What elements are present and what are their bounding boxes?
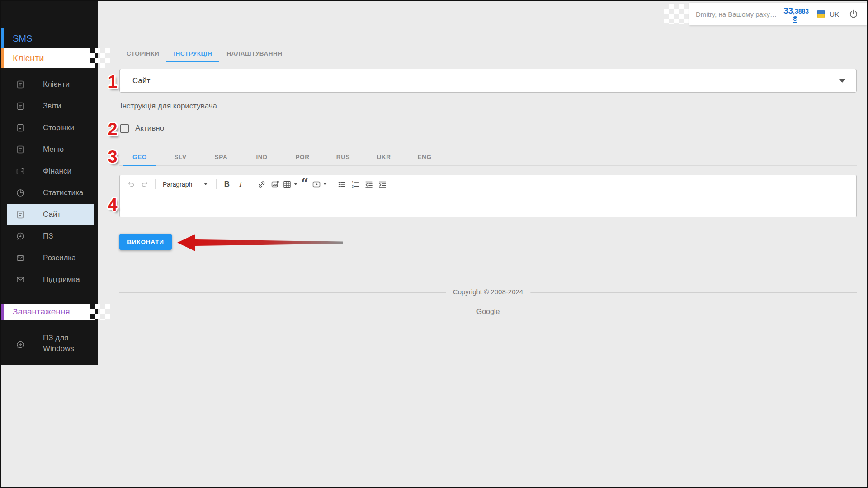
- toolbar-divider: [331, 179, 331, 189]
- decrease-indent-button[interactable]: [363, 178, 375, 191]
- redo-icon: [140, 180, 149, 189]
- document-icon: [16, 210, 25, 219]
- sidebar-item-label: ПЗ: [43, 232, 53, 241]
- sidebar-item-label: Меню: [43, 145, 64, 154]
- sidebar-item-site[interactable]: Сайт: [7, 204, 94, 225]
- sidebar-section-downloads[interactable]: Завантаження: [1, 304, 109, 320]
- section-divider: [119, 225, 857, 225]
- insert-table-icon: [283, 180, 292, 189]
- insert-media-icon: [312, 180, 321, 189]
- blue-accent-bar: [1, 28, 4, 48]
- increase-indent-button[interactable]: [376, 178, 389, 191]
- link-button[interactable]: [255, 178, 268, 191]
- download-icon: [16, 232, 25, 241]
- lang-tab-spa[interactable]: SPA: [201, 149, 241, 165]
- page-tabs: СТОРІНКИ ІНСТРУКЦІЯ НАЛАШТУВАННЯ: [119, 45, 857, 62]
- paragraph-dropdown-value: Paragraph: [163, 181, 192, 188]
- paragraph-dropdown[interactable]: Paragraph: [159, 181, 212, 188]
- wallet-icon: [16, 167, 25, 176]
- document-icon: [16, 80, 25, 89]
- numbered-list-icon: 12: [351, 180, 360, 189]
- active-checkbox-label: Активно: [135, 124, 164, 133]
- sidebar-item-label: Сторінки: [43, 123, 74, 132]
- language-tabs: GEO SLV SPA IND POR RUS UKR ENG: [119, 149, 857, 166]
- sidebar-item-label: Підтримка: [43, 275, 80, 284]
- editor-toolbar: Paragraph B I “: [120, 175, 856, 193]
- sidebar-section-label: SMS: [13, 33, 32, 44]
- lang-tab-geo[interactable]: GEO: [119, 149, 160, 165]
- sidebar-item-windows-software[interactable]: ПЗ для Windows: [7, 333, 94, 354]
- lang-tab-slv[interactable]: SLV: [160, 149, 201, 165]
- document-icon: [16, 123, 25, 132]
- increase-indent-icon: [378, 180, 387, 189]
- undo-button[interactable]: [125, 178, 137, 191]
- toolbar-divider: [155, 179, 156, 189]
- sidebar-item-label: Звіти: [43, 102, 61, 111]
- lang-tab-ind[interactable]: IND: [241, 149, 282, 165]
- active-checkbox-row[interactable]: Активно: [120, 124, 164, 133]
- annotation-number-1: 1: [103, 72, 123, 91]
- sidebar-item-label: Клієнти: [43, 80, 70, 89]
- envelope-icon: [16, 275, 25, 284]
- decrease-indent-icon: [364, 180, 373, 189]
- sidebar-section-clients[interactable]: Клієнти: [1, 48, 109, 68]
- italic-button[interactable]: I: [234, 178, 247, 191]
- toolbar-divider: [216, 179, 217, 189]
- sidebar-item-reports[interactable]: Звіти: [7, 95, 94, 117]
- red-arrow-left-icon: [176, 231, 344, 254]
- sidebar-item-mailing[interactable]: Розсилка: [7, 247, 94, 269]
- sidebar-item-menu[interactable]: Меню: [7, 139, 94, 160]
- lang-tab-ukr[interactable]: UKR: [363, 149, 404, 165]
- sidebar-item-finance[interactable]: Фінанси: [7, 160, 94, 182]
- bold-button[interactable]: B: [221, 178, 233, 191]
- document-icon: [16, 102, 25, 111]
- annotation-number-4: 4: [103, 195, 123, 214]
- annotation-number-3: 3: [103, 147, 123, 166]
- block-quote-icon: “: [301, 181, 308, 188]
- pixel-dissolve-decoration: [90, 304, 110, 320]
- sidebar-item-clients[interactable]: Клієнти: [7, 74, 94, 95]
- sidebar: SMS Клієнти Клієнти Звіти: [1, 1, 98, 365]
- insert-media-button[interactable]: [312, 178, 327, 191]
- editor-content-area[interactable]: [120, 193, 856, 217]
- sidebar-item-label: Розсилка: [43, 253, 76, 263]
- annotation-number-2: 2: [103, 120, 123, 139]
- redo-button[interactable]: [138, 178, 151, 191]
- chevron-down-icon: [839, 79, 845, 83]
- tab-pages[interactable]: СТОРІНКИ: [119, 45, 166, 62]
- instruction-label: Інструкція для користувача: [120, 102, 217, 111]
- page: Dmitry, на Вашому раху… 33 ,3883 ₴ UK SM…: [0, 0, 868, 488]
- orange-accent-bar: [1, 48, 4, 68]
- chevron-down-icon: [294, 183, 297, 185]
- sidebar-item-pages[interactable]: Сторінки: [7, 117, 94, 139]
- bulleted-list-button[interactable]: [335, 178, 348, 191]
- undo-icon: [127, 180, 136, 189]
- tab-instruction[interactable]: ІНСТРУКЦІЯ: [166, 45, 219, 62]
- lang-tab-rus[interactable]: RUS: [323, 149, 363, 165]
- sidebar-item-software[interactable]: ПЗ: [7, 225, 94, 247]
- insert-image-icon: [271, 180, 280, 189]
- bulleted-list-icon: [337, 180, 346, 189]
- sidebar-item-label: ПЗ для Windows: [43, 333, 88, 354]
- sidebar-section-sms[interactable]: SMS: [1, 28, 109, 48]
- download-icon: [16, 340, 25, 349]
- rich-text-editor: Paragraph B I “: [119, 175, 857, 217]
- execute-button[interactable]: ВИКОНАТИ: [119, 234, 172, 250]
- site-select[interactable]: Сайт: [119, 69, 857, 93]
- tab-settings[interactable]: НАЛАШТУВАННЯ: [219, 45, 289, 62]
- sidebar-item-support[interactable]: Підтримка: [7, 269, 94, 291]
- toolbar-divider: [251, 179, 251, 189]
- envelope-icon: [16, 253, 25, 263]
- sidebar-item-statistics[interactable]: Статистика: [7, 182, 94, 204]
- insert-table-button[interactable]: [283, 178, 297, 191]
- google-link[interactable]: Google: [119, 308, 857, 316]
- lang-tab-eng[interactable]: ENG: [404, 149, 445, 165]
- insert-image-button[interactable]: [269, 178, 282, 191]
- svg-text:1: 1: [352, 181, 354, 184]
- lang-tab-por[interactable]: POR: [282, 149, 323, 165]
- document-icon: [16, 145, 25, 154]
- sidebar-item-label: Сайт: [43, 210, 61, 219]
- numbered-list-button[interactable]: 12: [349, 178, 362, 191]
- block-quote-button[interactable]: “: [298, 178, 311, 191]
- copyright-text: Copyright © 2008-2024: [446, 288, 530, 296]
